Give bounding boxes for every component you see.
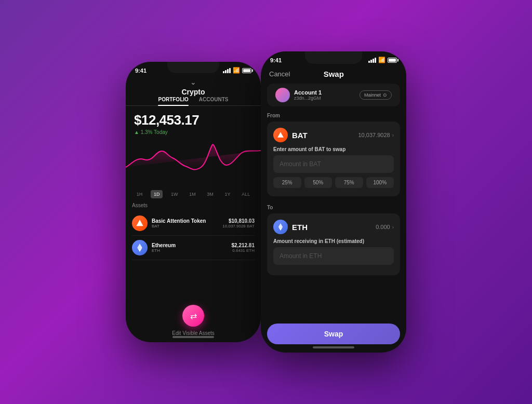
swap-header: Cancel Swap (261, 65, 406, 84)
bat-input-label: Enter amount of BAT to swap (273, 146, 394, 152)
account-address: z3dn...2gGM (294, 96, 322, 101)
account-info: Account 1 z3dn...2gGM (275, 88, 322, 102)
bat-icon (132, 216, 148, 231)
right-phone: 9:41 📶 Cancel Swap (261, 51, 406, 353)
pct-75-button[interactable]: 75% (335, 177, 363, 188)
price-chart (126, 136, 261, 188)
filter-all[interactable]: ALL (238, 190, 253, 198)
svg-marker-3 (277, 132, 284, 137)
bat-token-icon (273, 128, 288, 142)
signal-icon (223, 68, 231, 73)
filter-1d[interactable]: 1D (151, 190, 163, 198)
filter-1w[interactable]: 1W (168, 190, 181, 198)
bat-amount-input[interactable]: Amount in BAT (273, 155, 394, 173)
eth-icon (132, 240, 148, 255)
assets-section: Assets Basic Attention Token BAT $10,810… (126, 203, 261, 320)
portfolio-change: ▲ 1.3% Today (134, 129, 252, 135)
svg-marker-0 (136, 220, 143, 226)
tab-accounts[interactable]: ACCOUNTS (199, 97, 229, 105)
bat-name: Basic Attention Token (152, 218, 222, 224)
eth-info: Ethereum ETH (152, 243, 232, 253)
status-icons-left: 📶 (223, 67, 251, 74)
portfolio-screen: ⌄ Crypto PORTFOLIO ACCOUNTS $12,453.17 ▲… (126, 76, 261, 342)
asset-bat-row[interactable]: Basic Attention Token BAT $10,810.03 10,… (132, 211, 255, 236)
bat-symbol: BAT (152, 224, 222, 228)
time-left: 9:41 (135, 68, 147, 74)
percentage-buttons: 25% 50% 75% 100% (273, 177, 394, 188)
chevron-down-icon[interactable]: ⌄ (126, 78, 261, 86)
asset-eth-row[interactable]: Ethereum ETH $2,212.81 0.6431 ETH (132, 236, 255, 260)
filter-3m[interactable]: 3M (204, 190, 217, 198)
filter-1h[interactable]: 1H (134, 190, 146, 198)
notch-left (167, 62, 219, 73)
bat-tokens: 10,037.9028 BAT (222, 224, 255, 228)
eth-amount-input[interactable]: Amount in ETH (273, 247, 394, 265)
portfolio-value-section: $12,453.17 ▲ 1.3% Today (126, 112, 261, 135)
account-name: Account 1 (294, 89, 322, 96)
from-label: From (267, 113, 400, 118)
bat-balance: 10,037.9028 › (358, 132, 394, 138)
assets-label: Assets (132, 203, 255, 208)
swap-button[interactable]: Swap (267, 324, 400, 344)
edit-assets-label: Edit Visible Assets (172, 330, 215, 336)
time-right: 9:41 (270, 57, 282, 63)
eth-name: Ethereum (152, 243, 232, 248)
swap-page-title: Swap (324, 70, 344, 78)
signal-icon-right (368, 58, 376, 63)
filter-1y[interactable]: 1Y (222, 190, 234, 198)
home-indicator-left (172, 336, 214, 338)
eth-tokens: 0.6431 ETH (232, 248, 255, 253)
bat-usd: $10,810.03 (222, 218, 255, 224)
eth-token-icon (273, 220, 288, 234)
eth-usd: $2,212.81 (232, 243, 255, 248)
battery-icon-right (388, 58, 397, 63)
bat-token-symbol: BAT (292, 131, 308, 140)
eth-input-label: Amount receiving in ETH (estimated) (273, 238, 394, 244)
network-badge[interactable]: Mainnet ⊙ (360, 90, 392, 100)
swap-fab-button[interactable]: ⇄ (182, 305, 204, 327)
portfolio-amount: $12,453.17 (134, 112, 252, 128)
to-token-selector: ETH 0.000 › Amount receiving in ETH (est… (267, 213, 400, 275)
bat-amounts: $10,810.03 10,037.9028 BAT (222, 218, 255, 228)
to-section: To ETH 0.000 › Amo (261, 205, 406, 279)
network-label: Mainnet (364, 92, 381, 98)
status-icons-right: 📶 (368, 57, 397, 63)
wifi-icon: 📶 (233, 67, 240, 74)
pct-25-button[interactable]: 25% (273, 177, 301, 188)
eth-token-symbol: ETH (292, 223, 308, 232)
pct-50-button[interactable]: 50% (304, 177, 332, 188)
battery-icon (242, 68, 251, 73)
notch-right (305, 51, 362, 64)
tab-portfolio[interactable]: PORTFOLIO (158, 97, 188, 105)
swap-arrows-icon: ⇄ (190, 311, 197, 321)
eth-amounts: $2,212.81 0.6431 ETH (232, 243, 255, 253)
bat-info: Basic Attention Token BAT (152, 218, 222, 228)
eth-symbol: ETH (152, 248, 232, 253)
from-token-selector: BAT 10,037.9028 › Enter amount of BAT to… (267, 122, 400, 196)
chevron-right-icon: › (392, 132, 394, 138)
eth-balance: 0.000 › (376, 224, 394, 230)
home-indicator-right (313, 346, 354, 348)
time-filter-bar: 1H 1D 1W 1M 3M 1Y ALL (126, 190, 261, 198)
pct-100-button[interactable]: 100% (366, 177, 394, 188)
account-avatar (275, 88, 290, 102)
eth-token-row[interactable]: ETH 0.000 › (273, 220, 394, 234)
page-title-left: Crypto (181, 88, 205, 96)
cancel-button[interactable]: Cancel (269, 70, 290, 78)
portfolio-header: ⌄ Crypto PORTFOLIO ACCOUNTS (126, 76, 261, 112)
to-label: To (267, 205, 400, 210)
chevron-right-eth-icon: › (392, 224, 394, 230)
filter-1m[interactable]: 1M (186, 190, 199, 198)
bat-token-row[interactable]: BAT 10,037.9028 › (273, 128, 394, 142)
tab-bar: PORTFOLIO ACCOUNTS (126, 97, 261, 106)
from-section: From BAT 10,037.9028 › (261, 113, 406, 200)
network-icon: ⊙ (383, 92, 387, 98)
wifi-icon-right: 📶 (378, 57, 385, 63)
account-bar[interactable]: Account 1 z3dn...2gGM Mainnet ⊙ (267, 84, 400, 106)
left-phone: 9:41 📶 ⌄ Cr (126, 62, 261, 342)
